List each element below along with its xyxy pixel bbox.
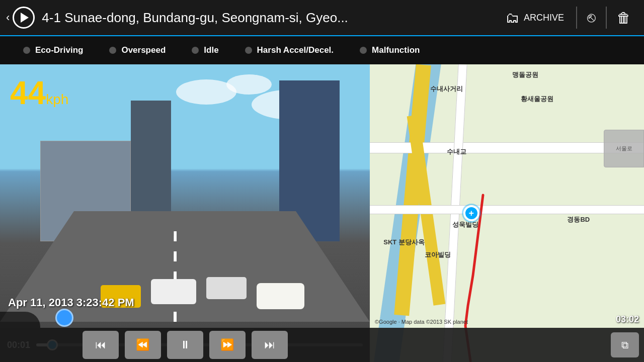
map-label-5: 경동BD <box>567 215 590 224</box>
rewind-icon: ⏪ <box>136 338 149 351</box>
pip-button[interactable]: ⧉ <box>611 332 639 357</box>
map-label-6: SKT 분당사옥 <box>383 238 425 247</box>
back-button[interactable]: ‹ <box>6 11 10 24</box>
tab-label-malfunction: Malfunction <box>372 45 420 55</box>
current-location-dot <box>463 205 479 221</box>
tab-dot-overspeed <box>109 47 116 54</box>
play-button[interactable] <box>13 7 35 29</box>
divider <box>576 7 577 29</box>
speed-display: 44kph <box>10 74 68 112</box>
map-label-7: 코아빌딩 <box>425 250 451 259</box>
map-background <box>370 64 644 362</box>
map-label-2: 황새울공원 <box>521 95 553 104</box>
map-panel: 맹돌공원수내사거리황새울공원수내교성욱빌딩경동BDSKT 분당사옥코아빌딩공원분… <box>370 64 644 362</box>
car1 <box>151 279 196 304</box>
device-indicator <box>55 309 73 327</box>
rewind-button[interactable]: ⏪ <box>125 331 161 359</box>
tab-dot-harsh-accel <box>245 47 252 54</box>
map-controls-bar: ⧉ <box>370 328 644 362</box>
map-time-end: 03:02 <box>616 314 639 325</box>
tab-harsh-accel[interactable]: Harsh Accel/Decel. <box>232 45 347 55</box>
map-label-0: 맹돌공원 <box>512 70 538 79</box>
tab-dot-malfunction <box>360 47 367 54</box>
video-title: 4-1 Sunae-dong, Bundang-gu, Seongnam-si,… <box>42 10 497 26</box>
divider2 <box>606 7 607 29</box>
play-icon <box>21 13 29 23</box>
tab-overspeed[interactable]: Overspeed <box>96 45 179 55</box>
car3 <box>257 283 304 309</box>
video-panel: 44kph Apr 11, 2013 3:23:42 PM 00:01 ⏮ ⏪ … <box>0 64 370 362</box>
share-button[interactable]: ⎋ <box>580 10 603 26</box>
pip-icon: ⧉ <box>621 339 628 351</box>
tab-eco-driving[interactable]: Eco-Driving <box>10 45 96 55</box>
map-logo-text: 서울로 <box>616 145 632 152</box>
cloud2 <box>226 74 272 95</box>
tab-malfunction[interactable]: Malfunction <box>347 45 433 55</box>
tab-idle[interactable]: Idle <box>179 45 231 55</box>
forward-icon: ⏩ <box>220 338 234 351</box>
archive-button[interactable]: 🗂 ARCHIVE <box>497 10 573 26</box>
delete-button[interactable]: 🗑 <box>610 10 638 26</box>
map-attribution: ©Google · Map data ©2013 SK planet <box>375 319 468 325</box>
skip-back-button[interactable]: ⏮ <box>83 331 119 359</box>
video-timestamp: Apr 11, 2013 3:23:42 PM <box>8 296 134 309</box>
road-line <box>174 231 177 322</box>
route-line <box>370 64 644 362</box>
tabs-bar: Eco-DrivingOverspeedIdleHarsh Accel/Dece… <box>0 36 644 64</box>
skip-forward-icon: ⏭ <box>264 338 275 351</box>
tab-label-idle: Idle <box>204 45 218 55</box>
tab-label-overspeed: Overspeed <box>121 45 166 55</box>
controls-bar: ⏮ ⏪ ⏸ ⏩ ⏭ <box>0 328 370 362</box>
top-bar: ‹ 4-1 Sunae-dong, Bundang-gu, Seongnam-s… <box>0 0 644 36</box>
tab-dot-eco-driving <box>23 47 30 54</box>
speed-value: 44 <box>10 75 46 111</box>
map-logo: 서울로 <box>604 130 644 167</box>
forward-button[interactable]: ⏩ <box>209 331 246 359</box>
map-label-3: 수내교 <box>447 147 466 156</box>
tab-dot-idle <box>192 47 199 54</box>
map-label-1: 수내사거리 <box>430 84 463 94</box>
map-label-4: 성욱빌딩 <box>452 220 478 229</box>
speed-unit: kph <box>46 92 68 107</box>
main-content: 44kph Apr 11, 2013 3:23:42 PM 00:01 ⏮ ⏪ … <box>0 64 644 362</box>
car2 <box>206 277 247 299</box>
tab-label-eco-driving: Eco-Driving <box>35 45 83 55</box>
archive-icon: 🗂 <box>506 10 520 26</box>
archive-label: ARCHIVE <box>524 13 564 23</box>
skip-back-icon: ⏮ <box>95 338 106 351</box>
tab-label-harsh-accel: Harsh Accel/Decel. <box>257 45 334 55</box>
skip-forward-button[interactable]: ⏭ <box>252 331 288 359</box>
pause-icon: ⏸ <box>180 338 191 351</box>
pause-button[interactable]: ⏸ <box>167 331 203 359</box>
delete-icon: 🗑 <box>617 10 631 26</box>
share-icon: ⎋ <box>587 10 596 25</box>
